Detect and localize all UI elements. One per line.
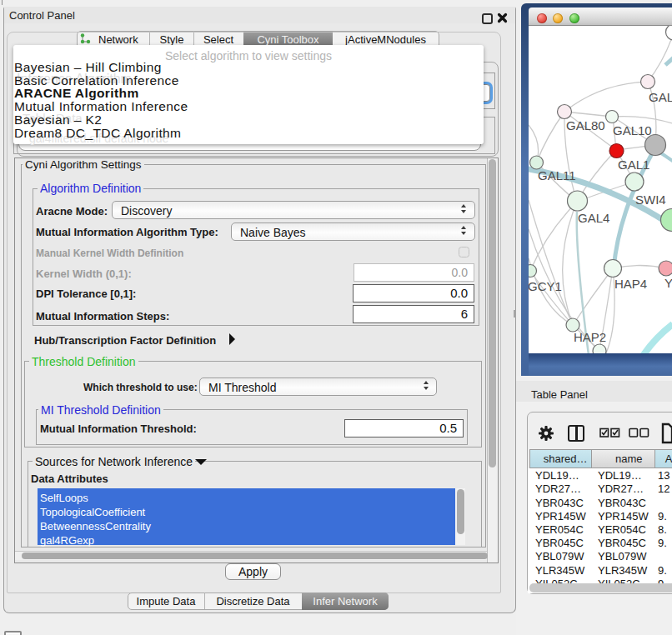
svg-text:SWI4: SWI4 (635, 192, 666, 207)
svg-text:HAP4: HAP4 (614, 277, 647, 291)
svg-text:GAL11: GAL11 (538, 168, 576, 182)
svg-text:GAL80: GAL80 (566, 118, 605, 132)
svg-text:GAL7: GAL7 (649, 90, 672, 104)
svg-text:GAL1: GAL1 (618, 158, 649, 172)
svg-text:GAL4: GAL4 (578, 211, 609, 225)
svg-text:HAP2: HAP2 (574, 330, 606, 344)
svg-text:GAL10: GAL10 (613, 123, 652, 138)
svg-text:GCY1: GCY1 (529, 279, 562, 293)
svg-text:Y: Y (664, 276, 672, 290)
